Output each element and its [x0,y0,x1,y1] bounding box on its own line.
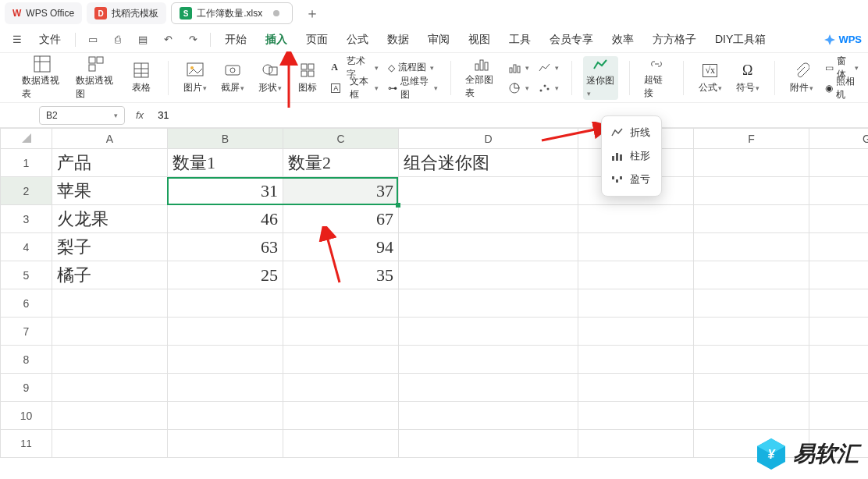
cell[interactable]: 31 [168,177,283,205]
workbook-tab[interactable]: S 工作簿数量.xlsx [171,2,293,24]
cell[interactable] [694,402,809,430]
select-all-corner[interactable] [1,129,52,149]
cell[interactable] [399,402,578,430]
icons-button[interactable]: 图标 [292,56,323,100]
cell[interactable] [52,430,168,458]
cell[interactable] [578,261,694,289]
cell[interactable] [283,289,399,318]
cell[interactable]: 25 [168,261,283,289]
tab-insert[interactable]: 插入 [258,30,295,50]
textbox-button[interactable]: A 文本框▾ [329,80,379,97]
flowchart-button[interactable]: ◇ 流程图▾ [386,59,440,76]
cell[interactable] [694,346,809,374]
row-header[interactable]: 11 [1,430,52,458]
tab-review[interactable]: 审阅 [420,30,457,50]
name-box[interactable]: B2 ▾ [39,106,125,125]
new-tab-button[interactable]: ＋ [297,4,327,23]
formula-input[interactable] [155,106,837,125]
tab-page[interactable]: 页面 [298,30,336,50]
tab-ffgz[interactable]: 方方格子 [645,30,704,50]
tab-tools[interactable]: 工具 [501,30,539,50]
row-header[interactable]: 8 [1,346,52,374]
cell[interactable] [283,430,399,458]
cell[interactable] [809,149,869,177]
cell[interactable] [694,261,809,289]
row-header[interactable]: 4 [1,233,52,261]
cell[interactable]: 数量1 [168,149,283,177]
all-charts-button[interactable]: 全部图表 [462,56,501,100]
tab-diy[interactable]: DIY工具箱 [707,30,774,50]
line-chart-button[interactable]: ▾ [537,59,560,76]
save-icon[interactable]: ▭ [82,30,104,50]
cell[interactable] [809,374,869,402]
cell[interactable] [168,430,283,458]
app-tab[interactable]: W WPS Office [5,2,82,24]
row-header[interactable]: 2 [1,177,52,205]
cell[interactable] [399,261,578,289]
col-header-b[interactable]: B [168,129,283,149]
mindmap-button[interactable]: ⊶ 思维导图▾ [386,80,440,97]
cell[interactable] [283,374,399,402]
cell[interactable]: 数量2 [283,149,399,177]
cell[interactable] [578,346,694,374]
cell[interactable] [809,289,869,318]
cell[interactable] [283,318,399,346]
col-header-c[interactable]: C [283,129,399,149]
cell[interactable] [168,346,283,374]
cell[interactable] [809,177,869,205]
cell[interactable]: 63 [168,233,283,261]
cell[interactable] [694,149,809,177]
hamburger-icon[interactable]: ☰ [6,30,28,50]
wordart-button[interactable]: A 艺术字▾ [329,59,379,76]
cell[interactable] [578,374,694,402]
cell[interactable] [578,233,694,261]
cell[interactable] [578,318,694,346]
cell[interactable] [168,374,283,402]
cell[interactable] [52,374,168,402]
attachment-button[interactable]: 附件▾ [786,56,817,100]
cell[interactable] [52,402,168,430]
formula-button[interactable]: √x 公式▾ [695,56,726,100]
table-button[interactable]: 表格 [126,56,157,100]
cell[interactable]: 产品 [52,149,168,177]
col-header-d[interactable]: D [399,129,578,149]
cell[interactable] [809,205,869,233]
cell[interactable] [399,346,578,374]
cell[interactable] [809,261,869,289]
cell[interactable] [578,430,694,458]
cell[interactable] [168,289,283,318]
cell[interactable]: 梨子 [52,233,168,261]
redo-icon[interactable]: ↷ [182,30,204,50]
cell[interactable] [809,402,869,430]
scatter-chart-button[interactable]: ▾ [537,80,560,97]
chevron-down-icon[interactable]: ▾ [114,112,118,119]
wps-ai-brand[interactable]: WPS [824,34,862,45]
cell[interactable]: 35 [283,261,399,289]
cell[interactable]: 组合迷你图 [399,149,578,177]
cell[interactable] [399,374,578,402]
file-menu[interactable]: 文件 [31,30,69,50]
shapes-button[interactable]: 形状▾ [254,56,286,100]
cell[interactable] [52,289,168,318]
selection-handle[interactable] [396,203,400,208]
pivot-table-button[interactable]: 数据透视表 [19,56,66,100]
cell[interactable] [694,289,809,318]
cell[interactable]: 94 [283,233,399,261]
row-header[interactable]: 3 [1,205,52,233]
cell[interactable] [168,402,283,430]
cell[interactable] [399,318,578,346]
fx-icon[interactable]: fx [131,109,148,121]
row-header[interactable]: 9 [1,374,52,402]
cell[interactable] [694,233,809,261]
cell[interactable] [578,289,694,318]
cell[interactable]: 37 [283,177,399,205]
pivot-view-button[interactable]: 数据透视图 [73,56,120,100]
close-icon[interactable] [273,10,279,16]
cell[interactable] [399,430,578,458]
cell[interactable] [399,205,578,233]
picture-button[interactable]: 图片▾ [180,56,211,100]
cell[interactable] [578,205,694,233]
bar-chart-button[interactable]: ▾ [507,59,531,76]
sparkline-line-item[interactable]: 折线 [602,121,661,144]
tab-data[interactable]: 数据 [379,30,417,50]
